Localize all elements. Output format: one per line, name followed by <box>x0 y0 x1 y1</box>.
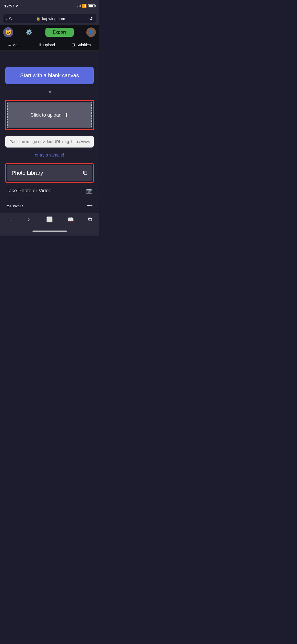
signal-bar-3 <box>79 5 79 7</box>
browse-button[interactable]: Browse ••• <box>0 198 99 213</box>
status-bar: 12:57 ➤ 📶 <box>0 0 99 12</box>
url-paste-input[interactable] <box>5 136 94 148</box>
upload-icon: ⬆ <box>38 42 42 47</box>
menu-icon: ≡ <box>8 43 11 47</box>
time-label: 12:57 <box>4 4 14 8</box>
refresh-icon[interactable]: ↺ <box>89 16 93 21</box>
take-photo-button[interactable]: Take Photo or Video 📷 <box>0 183 99 198</box>
blank-canvas-button[interactable]: Start with a blank canvas <box>5 67 94 84</box>
main-content: Start with a blank canvas or Click to up… <box>0 51 99 163</box>
upload-label: Click to upload <box>30 112 62 118</box>
browse-label: Browse <box>6 203 23 209</box>
battery-fill <box>89 5 93 7</box>
try-sample-link[interactable]: or try a sample! <box>35 153 64 158</box>
user-avatar[interactable]: 👤 <box>86 27 96 37</box>
nav-logo[interactable]: 🐱 <box>3 27 13 37</box>
tabs-icon[interactable]: ⧉ <box>88 216 92 222</box>
upload-arrow-icon: ⬆ <box>64 112 69 118</box>
forward-chevron-icon[interactable]: ﹥ <box>27 216 32 223</box>
location-icon: ➤ <box>16 4 18 8</box>
photo-library-button[interactable]: Photo Library ⧉ <box>7 165 92 181</box>
status-icons: 📶 <box>76 4 95 8</box>
take-photo-label: Take Photo or Video <box>6 188 51 194</box>
aa-label: aA <box>6 16 12 21</box>
home-bar <box>32 231 67 232</box>
browser-bar: aA 🔒 kapwing.com ↺ <box>0 12 99 25</box>
subtitles-button[interactable]: ⊟ Subtitles <box>72 42 91 47</box>
top-nav: 🐱 ⚙️ Export 👤 <box>0 25 99 39</box>
gear-icon[interactable]: ⚙️ <box>26 29 32 35</box>
menu-button[interactable]: ≡ Menu <box>8 43 21 47</box>
or-divider: or <box>48 90 51 94</box>
logo-emoji: 🐱 <box>5 29 12 35</box>
photo-library-highlight: Photo Library ⧉ <box>5 163 94 183</box>
action-sheet: Photo Library ⧉ Take Photo or Video 📷 Br… <box>0 163 99 213</box>
upload-highlight-border: Click to upload ⬆ <box>5 100 94 130</box>
browse-icon: ••• <box>87 203 93 209</box>
lock-icon: 🔒 <box>36 17 40 21</box>
subtitles-icon: ⊟ <box>72 42 75 47</box>
status-time: 12:57 ➤ <box>4 4 18 8</box>
photo-library-label: Photo Library <box>12 170 43 176</box>
signal-icon <box>76 4 81 7</box>
bottom-browser-nav: ﹤ ﹥ ⬜ 📖 ⧉ <box>0 213 99 227</box>
camera-icon: 📷 <box>86 187 93 194</box>
avatar-icon: 👤 <box>88 30 94 35</box>
signal-bar-4 <box>80 4 81 7</box>
upload-area[interactable]: Click to upload ⬆ <box>7 102 92 128</box>
bookmarks-icon[interactable]: 📖 <box>67 216 74 223</box>
signal-bar-2 <box>77 6 78 7</box>
share-icon[interactable]: ⬜ <box>46 216 53 223</box>
url-bar[interactable]: aA 🔒 kapwing.com ↺ <box>3 14 96 23</box>
export-button[interactable]: Export <box>45 28 74 37</box>
wifi-icon: 📶 <box>82 4 87 8</box>
url-center: 🔒 kapwing.com <box>12 16 89 21</box>
upload-label: Upload <box>43 43 55 47</box>
subtitles-label: Subtitles <box>77 43 91 47</box>
photo-library-icon: ⧉ <box>83 169 87 176</box>
url-aa[interactable]: aA <box>6 16 12 21</box>
battery-icon <box>88 4 95 7</box>
url-text: kapwing.com <box>42 16 65 21</box>
menu-label: Menu <box>12 43 22 47</box>
upload-button[interactable]: ⬆ Upload <box>38 42 55 47</box>
signal-bar-1 <box>76 7 77 7</box>
back-chevron-icon[interactable]: ﹤ <box>7 216 12 223</box>
toolbar: ≡ Menu ⬆ Upload ⊟ Subtitles <box>0 39 99 51</box>
home-indicator <box>0 227 99 236</box>
